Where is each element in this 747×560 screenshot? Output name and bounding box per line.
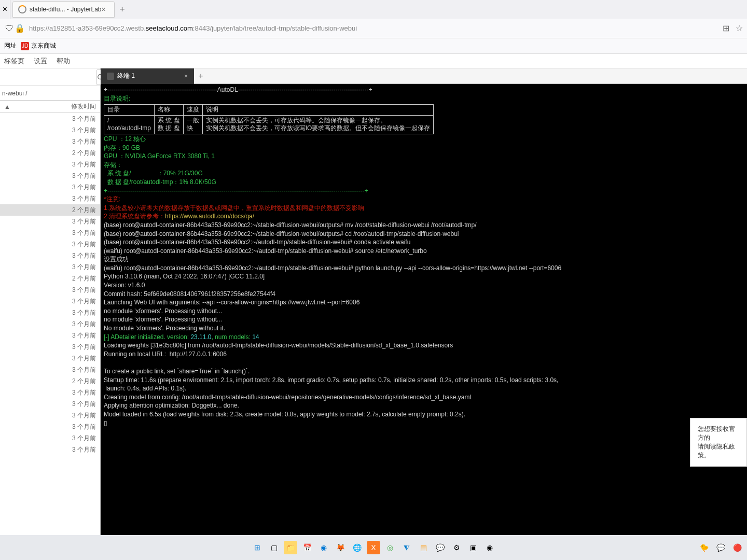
file-row[interactable]: 3 个月前 <box>0 307 100 318</box>
menu-item-help[interactable]: 帮助 <box>57 57 70 66</box>
file-row[interactable]: 3 个月前 <box>0 284 100 296</box>
file-browser-panel: n-webui / ▲ 修改时间 3 个月前3 个月前3 个月前2 个月前3 个… <box>0 68 101 535</box>
explorer-icon[interactable]: 📁 <box>284 541 297 554</box>
file-row[interactable]: 3 个月前 <box>0 181 100 193</box>
prev-tab-close-icon[interactable]: × <box>0 0 10 19</box>
file-row[interactable]: 3 个月前 <box>0 261 100 273</box>
tray-icon-1[interactable]: 🐤 <box>697 541 711 554</box>
jd-icon: JD <box>21 42 29 50</box>
menu-item-settings[interactable]: 设置 <box>34 57 47 66</box>
firefox-icon[interactable]: 🦊 <box>334 541 347 554</box>
new-tab-button[interactable]: + <box>115 4 130 15</box>
file-row[interactable]: 3 个月前 <box>0 136 100 147</box>
file-row[interactable]: 3 个月前 <box>0 250 100 261</box>
notif-line2: 请阅读隐私政策。 <box>698 442 739 460</box>
tab-label: 终端 1 <box>117 72 135 80</box>
file-row[interactable]: 3 个月前 <box>0 364 100 375</box>
file-row[interactable]: 3 个月前 <box>0 170 100 181</box>
bookmark-star-icon[interactable]: ☆ <box>736 23 743 33</box>
sort-up-icon: ▲ <box>4 103 10 110</box>
tray-wechat-icon[interactable]: 💬 <box>714 541 727 554</box>
notification-popup[interactable]: 您想要接收官方的 请阅读隐私政策。 <box>690 418 747 467</box>
address-bar: 🛡 🔒 https://a192851-a353-69e90cc2.westb.… <box>0 19 747 38</box>
terminal-icon[interactable]: ▣ <box>466 541 480 554</box>
lock-icon[interactable]: 🔒 <box>15 23 25 33</box>
terminal-output[interactable]: +---------------------------------------… <box>101 84 747 535</box>
add-tab-button[interactable]: + <box>194 72 208 81</box>
tab-title: stable-diffu... - JupyterLab <box>30 6 102 13</box>
obs-icon[interactable]: ◉ <box>483 541 496 554</box>
file-row[interactable]: 3 个月前 <box>0 330 100 341</box>
vscode-icon[interactable]: ⧨ <box>400 541 413 554</box>
file-row[interactable]: 3 个月前 <box>0 296 100 307</box>
file-row[interactable]: 3 个月前 <box>0 432 100 444</box>
calendar-icon[interactable]: 📅 <box>300 541 314 554</box>
bookmark-item[interactable]: 网址 <box>4 41 17 50</box>
work-area: 终端 1 × + +------------------------------… <box>101 68 747 535</box>
file-row[interactable]: 3 个月前 <box>0 387 100 398</box>
notes-icon[interactable]: ▤ <box>417 541 430 554</box>
settings-icon[interactable]: ⚙ <box>450 541 463 554</box>
file-row[interactable]: 3 个月前 <box>0 398 100 410</box>
file-row[interactable]: 3 个月前 <box>0 421 100 432</box>
file-row[interactable]: 3 个月前 <box>0 341 100 353</box>
file-row[interactable]: 3 个月前 <box>0 113 100 124</box>
file-row[interactable]: 3 个月前 <box>0 410 100 421</box>
breadcrumb[interactable]: n-webui / <box>0 86 100 101</box>
file-row[interactable]: 3 个月前 <box>0 159 100 170</box>
shield-icon[interactable]: 🛡 <box>4 24 15 33</box>
file-row[interactable]: 3 个月前 <box>0 124 100 136</box>
jupyter-menubar: 标签页 设置 帮助 <box>0 54 747 68</box>
file-row[interactable]: 2 个月前 <box>0 147 100 159</box>
wechat-icon[interactable]: 💬 <box>433 541 447 554</box>
jupyter-icon <box>18 5 26 13</box>
file-row[interactable]: 2 个月前 <box>0 204 100 216</box>
file-row[interactable]: 3 个月前 <box>0 239 100 250</box>
qr-icon[interactable]: ⊞ <box>723 23 729 33</box>
file-row[interactable]: 3 个月前 <box>0 318 100 330</box>
close-icon[interactable]: × <box>184 73 188 80</box>
file-row[interactable]: 2 个月前 <box>0 273 100 284</box>
bookmarks-bar: 网址 JD京东商城 <box>0 38 747 54</box>
notif-line1: 您想要接收官方的 <box>698 425 739 442</box>
bookmark-jd[interactable]: JD京东商城 <box>21 41 56 50</box>
browser-tab[interactable]: stable-diffu... - JupyterLab × <box>12 1 115 18</box>
app-icon[interactable]: ◎ <box>383 541 397 554</box>
file-row[interactable]: 2 个月前 <box>0 375 100 387</box>
start-icon[interactable]: ⊞ <box>251 541 264 554</box>
browser-tab-strip: × stable-diffu... - JupyterLab × + <box>0 0 747 19</box>
edge-icon[interactable]: ◉ <box>317 541 330 554</box>
file-row[interactable]: 3 个月前 <box>0 353 100 364</box>
file-list-header: ▲ 修改时间 <box>0 101 100 113</box>
url-text[interactable]: https://a192851-a353-69e90cc2.westb.seet… <box>29 24 723 32</box>
windows-taskbar: ⊞ ▢ 📁 📅 ◉ 🦊 🌐 X ◎ ⧨ ▤ 💬 ⚙ ▣ ◉ 🐤 💬 🔴 <box>0 535 747 560</box>
terminal-icon <box>107 73 114 80</box>
file-row[interactable]: 3 个月前 <box>0 193 100 204</box>
file-row[interactable]: 3 个月前 <box>0 444 100 455</box>
file-row[interactable]: 3 个月前 <box>0 227 100 239</box>
close-icon[interactable]: × <box>102 5 109 13</box>
task-view-icon[interactable]: ▢ <box>267 541 281 554</box>
dock-tabs: 终端 1 × + <box>101 68 747 84</box>
column-name[interactable]: ▲ <box>0 103 64 110</box>
xampp-icon[interactable]: X <box>367 541 380 554</box>
menu-item-tabs[interactable]: 标签页 <box>4 57 24 66</box>
file-list: 3 个月前3 个月前3 个月前2 个月前3 个月前3 个月前3 个月前3 个月前… <box>0 113 100 535</box>
file-filter-input[interactable] <box>0 73 95 81</box>
terminal-tab[interactable]: 终端 1 × <box>101 68 194 84</box>
column-modified[interactable]: 修改时间 <box>64 102 100 111</box>
tray-icon-3[interactable]: 🔴 <box>730 541 744 554</box>
chrome-icon[interactable]: 🌐 <box>350 541 364 554</box>
file-row[interactable]: 3 个月前 <box>0 216 100 227</box>
